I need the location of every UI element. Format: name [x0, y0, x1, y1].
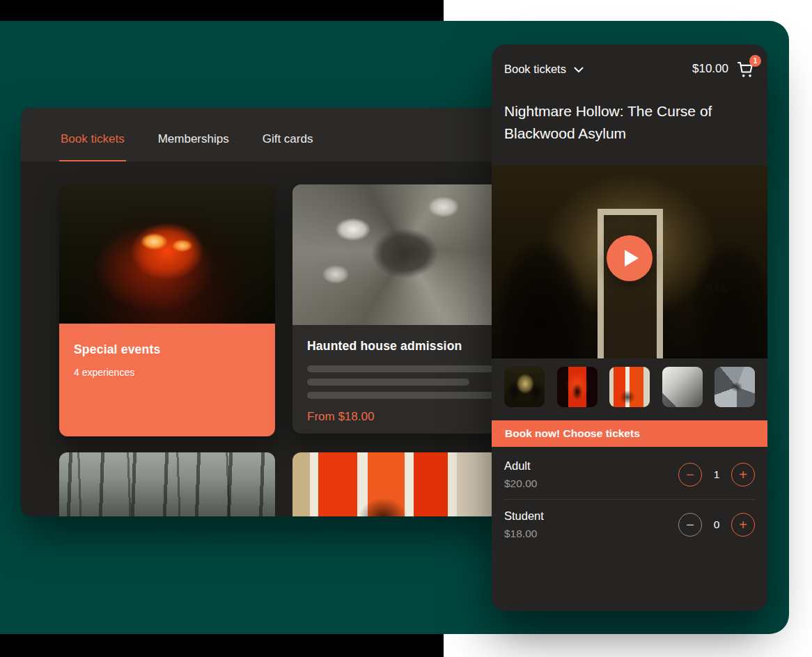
widget-header: Book tickets $10.00 1 [492, 45, 767, 93]
ticket-name: Adult [504, 459, 537, 473]
tab-memberships[interactable]: Memberships [157, 132, 231, 161]
plus-button[interactable]: + [731, 513, 755, 537]
booking-widget-panel: Book tickets $10.00 1 Nightmare Hollow: … [492, 45, 767, 611]
doorway-shape [598, 209, 663, 358]
menu-label: Book tickets [504, 63, 566, 76]
book-now-banner: Book now! Choose tickets [492, 420, 767, 447]
skeleton-line [307, 379, 469, 386]
ticket-price: $20.00 [504, 477, 537, 490]
quantity-stepper: − 1 + [678, 463, 755, 486]
card-title: Haunted house admission [307, 339, 494, 354]
event-title: Nightmare Hollow: The Curse of Blackwood… [492, 93, 767, 145]
cart-total: $10.00 [692, 62, 728, 76]
skeleton-line [307, 392, 494, 399]
cart-count-badge: 1 [749, 55, 761, 67]
ticket-info: Adult $20.00 [504, 459, 537, 490]
special-events-card[interactable]: Special events 4 experiences [59, 184, 275, 436]
card-subtitle: 4 experiences [74, 367, 260, 378]
storefront-tabbar: Book tickets Memberships Gift cards [21, 108, 508, 161]
special-events-card-body: Special events 4 experiences [59, 324, 275, 436]
pumpkin-figure-image [59, 184, 275, 324]
storefront-window: Book tickets Memberships Gift cards Spec… [21, 108, 508, 516]
tab-gift-cards[interactable]: Gift cards [261, 132, 315, 161]
play-button[interactable] [607, 235, 653, 281]
red-windows-card[interactable] [292, 452, 508, 516]
haunted-house-card[interactable]: Haunted house admission From $18.00 [292, 184, 508, 434]
ticket-list: Adult $20.00 − 1 + Student $18.00 − 0 [492, 450, 767, 549]
play-icon [625, 250, 639, 267]
event-hero-media: HAC [492, 166, 767, 358]
minus-button[interactable]: − [678, 463, 702, 486]
stairwell-image [292, 184, 508, 325]
marketing-canvas: Book tickets Memberships Gift cards Spec… [0, 0, 812, 657]
thumbnail-strip [492, 367, 767, 407]
ticket-row-adult: Adult $20.00 − 1 + [504, 450, 755, 499]
thumbnail-dark-room[interactable] [662, 367, 703, 407]
ticket-price: $18.00 [504, 528, 544, 540]
ticket-name: Student [504, 509, 544, 523]
minus-button[interactable]: − [678, 513, 702, 537]
ticket-count: 0 [712, 519, 721, 531]
cart-area: $10.00 1 [692, 60, 755, 79]
ticket-count: 1 [712, 468, 721, 481]
wall-graffiti-text: HAC [705, 283, 728, 294]
foggy-forest-card[interactable] [59, 452, 275, 516]
thumbnail-zombie-group[interactable] [504, 367, 545, 407]
haunted-house-card-body: Haunted house admission From $18.00 [292, 325, 508, 434]
book-now-label: Book now! Choose tickets [505, 427, 640, 440]
skeleton-line [307, 365, 494, 372]
shopping-cart-icon [736, 69, 755, 81]
quantity-stepper: − 0 + [678, 513, 755, 537]
plus-button[interactable]: + [731, 463, 755, 486]
card-price: From $18.00 [307, 410, 494, 424]
chevron-down-icon [574, 63, 584, 76]
cart-button[interactable]: 1 [736, 60, 755, 79]
thumbnail-red-doorway[interactable] [557, 367, 598, 407]
tab-book-tickets[interactable]: Book tickets [59, 132, 126, 161]
card-title: Special events [74, 342, 260, 357]
thumbnail-red-windows[interactable] [609, 367, 650, 407]
ticket-row-student: Student $18.00 − 0 + [504, 500, 755, 549]
ticket-info: Student $18.00 [504, 509, 544, 540]
book-tickets-menu[interactable]: Book tickets [504, 63, 584, 76]
thumbnail-stairwell[interactable] [715, 367, 755, 407]
